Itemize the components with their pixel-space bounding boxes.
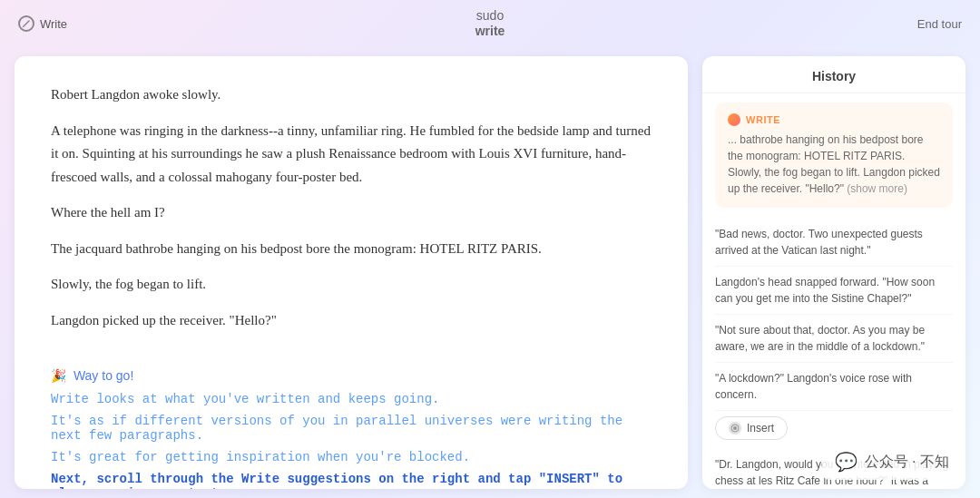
main-layout: Robert Langdon awoke slowly. A telephone… — [0, 47, 980, 498]
end-tour-button[interactable]: End tour — [917, 17, 962, 31]
paragraph-5: Slowly, the fog began to lift. — [51, 273, 652, 297]
svg-line-1 — [23, 26, 24, 27]
show-more-link[interactable]: (show more) — [847, 182, 907, 195]
history-item-3: "Not sure about that, doctor. As you may… — [715, 315, 953, 363]
party-icon: 🎉 — [51, 368, 66, 383]
nav-write-label: Write — [40, 17, 67, 31]
wechat-icon: 💬 — [835, 451, 858, 473]
paragraph-1: Robert Langdon awoke slowly. — [51, 83, 652, 107]
history-content: WRITE ... bathrobe hanging on his bedpos… — [702, 93, 965, 489]
history-panel: History WRITE ... bathrobe hanging on hi… — [702, 56, 965, 489]
editor-content: Robert Langdon awoke slowly. A telephone… — [51, 83, 652, 332]
tutorial-header-text: Way to go! — [74, 368, 133, 383]
tutorial-line-1: Write looks at what you've written and k… — [51, 392, 652, 406]
tutorial-line-3: It's great for getting inspiration when … — [51, 450, 652, 464]
svg-line-0 — [24, 21, 29, 26]
logo-sudo: sudo — [475, 8, 505, 24]
watermark-text: 公众号 · 不知 — [865, 453, 949, 472]
write-label-icon — [728, 113, 740, 126]
write-card-label: WRITE — [728, 113, 940, 126]
logo-write: write — [475, 24, 505, 39]
tutorial-line-4: Next, scroll through the Write suggestio… — [51, 472, 652, 489]
write-pen-icon — [18, 15, 34, 32]
write-card-text: ... bathrobe hanging on his bedpost bore… — [728, 132, 940, 197]
editor-panel: Robert Langdon awoke slowly. A telephone… — [15, 56, 688, 489]
app-logo: sudo write — [475, 8, 505, 39]
paragraph-4: The jacquard bathrobe hanging on his bed… — [51, 238, 652, 261]
nav-logo: Write — [18, 15, 67, 32]
tutorial-line-2: It's as if different versions of you in … — [51, 414, 652, 443]
history-item-4: "A lockdown?" Langdon's voice rose with … — [715, 363, 953, 411]
write-label-text: WRITE — [746, 114, 780, 125]
paragraph-2: A telephone was ringing in the darkness-… — [51, 120, 652, 190]
insert-icon-1 — [729, 422, 741, 435]
paragraph-6: Langdon picked up the receiver. "Hello?" — [51, 309, 652, 333]
history-title: History — [702, 56, 965, 93]
insert-button-1[interactable]: Insert — [715, 416, 788, 440]
history-item-2: Langdon's head snapped forward. "How soo… — [715, 267, 953, 315]
write-card: WRITE ... bathrobe hanging on his bedpos… — [715, 103, 953, 208]
paragraph-3: Where the hell am I? — [51, 201, 652, 225]
write-card-body: ... bathrobe hanging on his bedpost bore… — [728, 133, 940, 195]
top-nav: Write sudo write End tour — [0, 0, 980, 47]
tutorial-header: 🎉 Way to go! — [51, 368, 652, 383]
watermark-overlay: 💬 公众号 · 不知 — [822, 444, 962, 480]
tutorial-section: 🎉 Way to go! Write looks at what you've … — [51, 368, 652, 489]
insert-label-1: Insert — [747, 422, 774, 435]
svg-point-3 — [733, 426, 737, 430]
history-item-1: "Bad news, doctor. Two unexpected guests… — [715, 219, 953, 267]
